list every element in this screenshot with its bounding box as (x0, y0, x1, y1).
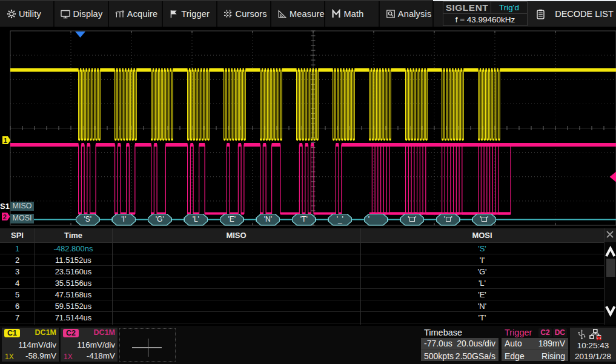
table-row[interactable]: 1-482.800ns'S' (0, 243, 604, 254)
table-cell: 23.5160us (35, 266, 112, 277)
decode-bubble-label: 'S' (76, 214, 100, 226)
decode-bubble-label: '' (436, 214, 460, 226)
timebase-scale: 20.0us/div (457, 339, 495, 348)
plus-icon (132, 347, 162, 348)
trigger-box[interactable]: Trigger C2 DC Auto 189mV Edge Rising (502, 328, 568, 361)
trigger-position-marker[interactable] (75, 31, 85, 38)
c2-offset: -418mV (87, 351, 115, 360)
trigger-source-badge: C2 (538, 328, 551, 337)
table-cell (112, 289, 360, 300)
table-column-separator (112, 228, 113, 325)
c2-scale: 116mV/div (77, 340, 115, 349)
decode-bus-s1-label: S1 (0, 202, 10, 211)
table-cell: 59.5152us (35, 300, 112, 312)
decode-bubble-label: ' (364, 214, 388, 226)
table-cell: 'E' (360, 289, 604, 300)
table-row[interactable]: 547.5168us'E' (0, 289, 604, 300)
decode-bubble: 'E' (220, 214, 244, 226)
usb-icon (577, 329, 587, 342)
table-cell: 5 (0, 289, 35, 300)
table-row[interactable]: 659.5152us'N' (0, 300, 604, 312)
timebase-title: Timebase (424, 328, 462, 337)
waveform-display[interactable]: 12 (0, 0, 616, 228)
table-cell: 2 (0, 254, 35, 266)
table-column-header: Time (35, 228, 112, 242)
table-cell: 71.5144us (35, 312, 112, 323)
decode-bubble: ' (364, 214, 388, 226)
decode-bubble: 'T' (292, 214, 316, 226)
trigger-level-marker[interactable] (610, 172, 616, 182)
table-cell: 1 (0, 243, 35, 254)
decode-table-header: SPITimeMISOMOSI (0, 228, 616, 243)
decode-bubble-label: 'G' (148, 214, 172, 226)
close-icon[interactable] (605, 230, 615, 239)
miso-bus-label[interactable]: MISO (10, 202, 34, 211)
table-cell: 'S' (360, 243, 604, 254)
table-cell: 'T' (360, 312, 604, 323)
decode-bubble: 'I' (111, 214, 136, 226)
mosi-bus-label[interactable]: MOSI (10, 214, 34, 223)
timebase-delay: -77.0us (424, 339, 452, 348)
clock-box: 10:25:43 2019/1/28 (570, 328, 616, 362)
c1-offset: -58.9mV (25, 351, 56, 360)
trigger-level: 189mV (538, 339, 565, 348)
decode-bubble-label: 'L' (184, 214, 208, 226)
oscilloscope-screen: UtilityDisplayAcquireTriggerCursorsMeasu… (0, 0, 616, 364)
decode-bubble-label: '_' (328, 214, 352, 226)
c1-probe: 1X (5, 352, 14, 361)
add-channel-box[interactable] (119, 328, 176, 362)
channel1-box[interactable]: C1 DC1M 114mV/div 1X -58.9mV (2, 328, 59, 362)
decode-bubble-label: '' (472, 214, 496, 226)
scroll-up-icon (606, 248, 615, 256)
table-row[interactable]: 323.5160us'G' (0, 266, 604, 277)
decode-bubble-label: 'E' (220, 214, 244, 226)
table-column-separator (35, 228, 35, 325)
trigger-mode: Auto (505, 339, 522, 348)
decode-bubble: 'G' (148, 214, 172, 226)
decode-bubble: '' (400, 214, 424, 226)
timebase-rate: 2.50GSa/s (455, 351, 495, 361)
table-cell: 'I' (360, 254, 604, 266)
decode-bubble-label: 'I' (111, 214, 136, 226)
table-row[interactable]: 435.5156us'L' (0, 277, 604, 289)
timebase-points: 500kpts (424, 351, 454, 361)
trigger-coupling-badge: DC (553, 328, 567, 337)
decode-bubble: '' (436, 214, 460, 226)
table-cell (112, 243, 360, 254)
table-column-header: MOSI (360, 228, 604, 242)
decode-bubble: 'L' (184, 214, 208, 226)
clock-time: 10:25:43 (570, 341, 616, 350)
decode-bubble-label: 'T' (292, 214, 316, 226)
trigger-title: Trigger (505, 328, 532, 337)
table-row[interactable]: 211.5152us'I' (0, 254, 604, 266)
table-cell: 35.5156us (35, 277, 112, 289)
table-column-header: MISO (112, 228, 360, 242)
table-cell: 3 (0, 266, 35, 277)
table-scrollbar[interactable] (604, 242, 616, 325)
timebase-box[interactable]: Timebase -77.0us 20.0us/div 500kpts 2.50… (421, 328, 498, 361)
channel2-box[interactable]: C2 DC1M 116mV/div 1X -418mV (61, 328, 118, 362)
decode-bubble-label: '' (400, 214, 424, 226)
trigger-type: Edge (505, 351, 525, 361)
table-column-header: SPI (0, 228, 35, 242)
decode-bubble-label: 'N' (256, 214, 280, 226)
table-cell: 4 (0, 277, 35, 289)
decode-bubble: '_' (328, 214, 352, 226)
decode-list-table: SPITimeMISOMOSI 1-482.800ns'S'211.5152us… (0, 228, 616, 325)
c1-coupling: DC1M (35, 328, 56, 337)
table-cell: 'G' (360, 266, 604, 277)
table-cell (112, 300, 360, 312)
table-cell: 47.5168us (35, 289, 112, 300)
c2-probe: 1X (64, 352, 73, 361)
table-cell: 6 (0, 300, 35, 312)
c1-badge: C1 (4, 329, 20, 338)
table-cell (112, 266, 360, 277)
table-row[interactable]: 771.5144us'T' (0, 312, 604, 323)
scrollbar-thumb[interactable] (606, 259, 615, 277)
table-cell: -482.800ns (35, 243, 112, 254)
clock-date: 2019/1/28 (570, 352, 616, 361)
table-cell (112, 254, 360, 266)
decode-bubble: '' (472, 214, 496, 226)
table-cell: 7 (0, 312, 35, 323)
svg-text:1: 1 (4, 137, 7, 144)
